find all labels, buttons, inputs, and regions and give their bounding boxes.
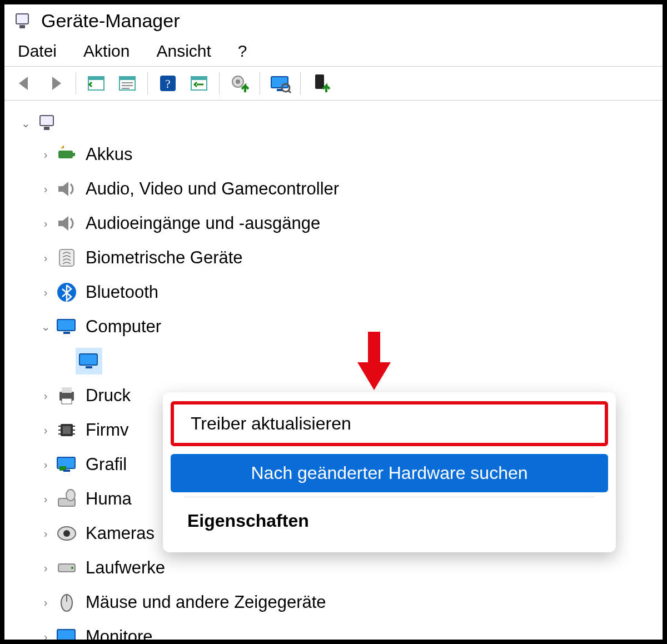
svg-rect-5 — [120, 77, 135, 80]
device-manager-window: Geräte-Manager Datei Aktion Ansicht ? — [0, 0, 667, 644]
svg-point-47 — [63, 530, 70, 537]
context-menu-scan-hardware[interactable]: Nach geänderter Hardware suchen — [171, 454, 608, 492]
toolbar-separator — [300, 72, 301, 94]
chevron-right-icon[interactable]: › — [38, 596, 53, 609]
device-tree[interactable]: ⌄ › Akkus › Audio, Video und Gamecontrol… — [4, 101, 663, 640]
chevron-right-icon[interactable]: › — [38, 390, 53, 402]
svg-rect-27 — [63, 332, 70, 334]
context-menu: Treiber aktualisieren Nach geänderter Ha… — [163, 392, 616, 552]
chevron-right-icon[interactable]: › — [38, 562, 53, 575]
properties-toolbar-button[interactable] — [114, 70, 141, 97]
svg-rect-19 — [315, 74, 324, 89]
annotation-arrow-icon — [355, 332, 394, 393]
tree-item-bluetooth[interactable]: › Bluetooth — [14, 275, 658, 309]
svg-rect-31 — [62, 387, 72, 393]
show-hide-console-button[interactable] — [83, 70, 109, 97]
device-manager-icon — [12, 11, 32, 31]
svg-rect-32 — [62, 398, 72, 404]
back-button[interactable] — [11, 70, 38, 97]
update-driver-toolbar-button[interactable] — [226, 70, 253, 97]
window-title: Geräte-Manager — [41, 10, 180, 32]
chevron-right-icon[interactable]: › — [38, 252, 53, 264]
context-menu-properties[interactable]: Eigenschaften — [171, 502, 608, 540]
speaker-icon — [53, 176, 80, 202]
tree-item-mice[interactable]: › Mäuse und andere Zeigegeräte — [14, 585, 658, 620]
gpu-icon — [53, 451, 80, 478]
svg-point-14 — [236, 79, 240, 84]
tree-item-biometric[interactable]: › Biometrische Geräte — [14, 241, 658, 275]
svg-rect-54 — [368, 332, 380, 365]
forward-button[interactable] — [42, 70, 69, 97]
toolbar-separator — [76, 72, 76, 94]
svg-rect-3 — [88, 77, 104, 80]
uninstall-device-toolbar-button[interactable] — [307, 70, 334, 97]
tree-root[interactable]: ⌄ — [14, 109, 658, 137]
tree-item-monitors[interactable]: › Monitore — [14, 620, 658, 640]
svg-line-18 — [288, 90, 291, 93]
tree-item-audio-video-game[interactable]: › Audio, Video und Gamecontroller — [14, 172, 658, 206]
help-toolbar-button[interactable]: ? — [155, 70, 181, 97]
menu-view[interactable]: Ansicht — [156, 42, 211, 61]
menu-help[interactable]: ? — [238, 42, 247, 61]
chevron-right-icon[interactable]: › — [38, 217, 53, 230]
battery-icon — [53, 141, 80, 168]
context-menu-label: Eigenschaften — [187, 511, 309, 531]
titlebar: Geräte-Manager — [4, 4, 663, 35]
chevron-down-icon[interactable]: ⌄ — [18, 117, 33, 130]
monitor-icon — [76, 348, 102, 375]
hid-icon — [53, 486, 80, 512]
printer-icon — [53, 382, 80, 409]
fingerprint-icon — [53, 244, 80, 271]
mouse-icon — [53, 589, 80, 616]
svg-rect-22 — [58, 151, 73, 158]
toolbar-separator — [147, 72, 148, 94]
chevron-right-icon[interactable]: › — [38, 183, 53, 196]
context-menu-update-driver[interactable]: Treiber aktualisieren — [171, 401, 608, 446]
drive-icon — [53, 555, 80, 581]
chip-icon — [53, 417, 80, 443]
computer-icon — [33, 110, 60, 137]
chevron-right-icon[interactable]: › — [38, 493, 53, 506]
svg-rect-1 — [19, 25, 25, 28]
svg-rect-26 — [57, 319, 75, 331]
context-menu-label: Nach geänderter Hardware suchen — [251, 463, 527, 483]
tree-item-audio-io[interactable]: › Audioeingänge und -ausgänge — [14, 206, 658, 241]
toolbar-separator — [260, 72, 260, 94]
svg-rect-0 — [16, 14, 28, 24]
chevron-right-icon[interactable]: › — [38, 424, 53, 437]
svg-rect-29 — [86, 366, 92, 368]
chevron-right-icon[interactable]: › — [38, 458, 53, 471]
svg-rect-15 — [271, 77, 288, 88]
bluetooth-icon — [53, 279, 80, 306]
chevron-right-icon[interactable]: › — [38, 286, 53, 299]
toolbar-separator — [219, 72, 220, 94]
menubar: Datei Aktion Ansicht ? — [4, 35, 663, 66]
svg-point-49 — [71, 567, 73, 569]
tree-item-computer[interactable]: ⌄ Computer — [14, 309, 658, 344]
svg-rect-52 — [57, 630, 75, 640]
svg-text:?: ? — [165, 77, 171, 91]
svg-rect-43 — [63, 470, 70, 472]
svg-rect-28 — [79, 354, 97, 365]
svg-rect-20 — [40, 116, 53, 126]
tree-item-batteries[interactable]: › Akkus — [14, 137, 658, 172]
svg-rect-12 — [191, 77, 207, 80]
context-menu-separator — [184, 497, 595, 497]
monitor-icon — [53, 313, 80, 340]
svg-rect-34 — [63, 426, 71, 434]
tree-item-computer-child[interactable] — [14, 344, 658, 378]
chevron-down-icon[interactable]: ⌄ — [38, 320, 53, 333]
monitor-icon — [53, 623, 80, 640]
camera-icon — [53, 520, 80, 547]
svg-point-45 — [66, 490, 75, 501]
scan-monitor-toolbar-button[interactable] — [267, 70, 293, 97]
tree-item-drives[interactable]: › Laufwerke — [14, 551, 658, 585]
chevron-right-icon[interactable]: › — [38, 631, 53, 640]
menu-file[interactable]: Datei — [18, 42, 57, 61]
chevron-right-icon[interactable]: › — [38, 527, 53, 540]
context-menu-label: Treiber aktualisieren — [191, 413, 351, 433]
chevron-right-icon[interactable]: › — [38, 148, 53, 161]
scan-hardware-toolbar-button[interactable] — [186, 70, 212, 97]
menu-action[interactable]: Aktion — [83, 42, 130, 61]
svg-rect-23 — [73, 153, 75, 156]
